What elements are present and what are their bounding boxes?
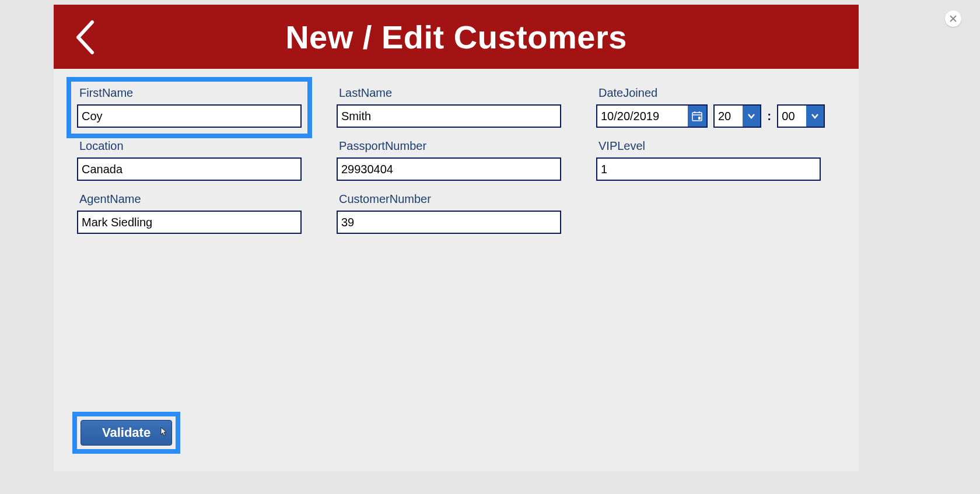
- validate-button[interactable]: Validate: [80, 420, 172, 446]
- agent-label: AgentName: [77, 192, 302, 206]
- close-button[interactable]: [945, 10, 961, 27]
- location-group: Location: [77, 139, 302, 181]
- location-label: Location: [77, 139, 302, 153]
- calendar-icon: [692, 111, 702, 121]
- minute-select[interactable]: 00: [777, 104, 825, 128]
- first-name-group: FirstName: [77, 86, 302, 128]
- agent-input[interactable]: [77, 211, 302, 234]
- minute-dropdown-button[interactable]: [806, 106, 824, 127]
- passport-label: PassportNumber: [337, 139, 561, 153]
- hour-dropdown-button[interactable]: [743, 106, 760, 127]
- date-joined-group: DateJoined: [596, 86, 821, 128]
- date-picker: [596, 104, 708, 128]
- validate-highlight: Validate: [72, 412, 180, 454]
- customer-number-label: CustomerNumber: [337, 192, 561, 206]
- main-panel: New / Edit Customers FirstName LastName …: [54, 5, 859, 471]
- vip-input[interactable]: [596, 157, 821, 181]
- first-name-input[interactable]: [77, 104, 302, 128]
- passport-input[interactable]: [337, 157, 561, 181]
- vip-label: VIPLevel: [596, 139, 821, 153]
- svg-rect-6: [698, 117, 701, 120]
- agent-group: AgentName: [77, 192, 302, 234]
- first-name-label: FirstName: [77, 86, 302, 100]
- hour-value: 20: [715, 106, 743, 127]
- form-row-2: Location PassportNumber VIPLevel: [77, 139, 835, 181]
- location-input[interactable]: [77, 157, 302, 181]
- time-separator: :: [767, 108, 771, 124]
- validate-label: Validate: [102, 425, 150, 440]
- calendar-button[interactable]: [688, 106, 706, 127]
- chevron-down-icon: [747, 112, 755, 120]
- date-joined-label: DateJoined: [596, 86, 821, 100]
- vip-group: VIPLevel: [596, 139, 821, 181]
- customer-number-group: CustomerNumber: [337, 192, 561, 234]
- minute-value: 00: [778, 106, 806, 127]
- form-area: FirstName LastName DateJoined: [54, 69, 859, 471]
- passport-group: PassportNumber: [337, 139, 561, 181]
- first-name-highlight: FirstName: [66, 77, 312, 138]
- back-arrow-icon: [72, 19, 96, 56]
- date-time-row: 20 : 00: [596, 104, 821, 128]
- page-title: New / Edit Customers: [54, 18, 859, 56]
- header-bar: New / Edit Customers: [54, 5, 859, 69]
- form-row-3: AgentName CustomerNumber: [77, 192, 835, 234]
- back-button[interactable]: [72, 19, 96, 56]
- form-row-1: FirstName LastName DateJoined: [77, 86, 835, 128]
- cursor-icon: [158, 426, 167, 438]
- hour-select[interactable]: 20: [713, 104, 761, 128]
- close-icon: [949, 15, 957, 23]
- last-name-input[interactable]: [337, 104, 561, 128]
- date-input[interactable]: [597, 106, 688, 127]
- last-name-label: LastName: [337, 86, 561, 100]
- customer-number-input[interactable]: [337, 211, 561, 234]
- chevron-down-icon: [811, 112, 819, 120]
- last-name-group: LastName: [337, 86, 561, 128]
